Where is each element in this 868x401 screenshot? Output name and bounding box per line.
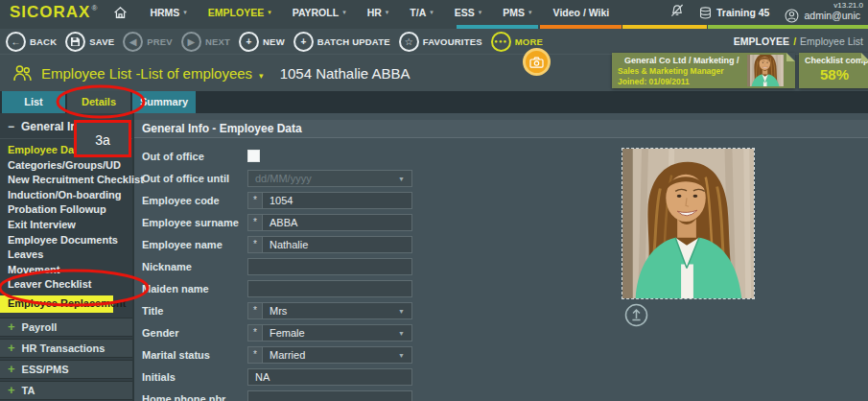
sidebar-item-employee-documents[interactable]: Employee Documents <box>0 233 132 248</box>
upload-icon <box>623 302 649 328</box>
form-row: Employee name*Nathalie <box>142 233 412 255</box>
gender-select[interactable]: *Female▼ <box>247 324 412 342</box>
nav-item-hr[interactable]: HR▾ <box>357 0 400 25</box>
form-row: InitialsNA <box>142 366 412 388</box>
field-value: ABBA <box>263 217 297 228</box>
sidebar-section-ess-pms[interactable]: +ESS/PMS <box>0 360 132 379</box>
sicorax-employee-details-screen: { "app": { "name": "SICORAX", "registere… <box>0 0 868 401</box>
page-title-dropdown[interactable]: Employee List -List of employees ▾ <box>41 65 264 82</box>
employee-photo[interactable] <box>622 148 755 299</box>
database-icon <box>699 7 712 19</box>
sidebar-accordions: +Payroll+HR Transactions+ESS/PMS+TA <box>0 318 132 400</box>
nav-item-video-wiki[interactable]: Video / Wiki <box>543 0 621 25</box>
prev-triangle-icon: ◀ <box>123 32 143 52</box>
form-row: Maiden name <box>142 277 412 299</box>
required-marker: * <box>248 303 263 318</box>
title-select[interactable]: *Mrs▼ <box>247 302 412 319</box>
main-panel: General Info - Employee Data Out of offi… <box>134 113 868 401</box>
sidebar-section-hr-transactions[interactable]: +HR Transactions <box>0 339 132 358</box>
top-nav: HRMS▾EMPLOYEE▾PAYROLL▾HR▾T/A▾ESS▾PMS▾Vid… <box>139 0 620 25</box>
home-icon[interactable] <box>113 6 128 19</box>
form-row: Marital status*Married▼ <box>142 343 412 366</box>
nav-item-payroll[interactable]: PAYROLL▾ <box>282 0 357 25</box>
user-icon <box>785 9 799 23</box>
field-label-employee-code: Employee code <box>142 195 247 206</box>
prev-button[interactable]: ◀PREV <box>123 32 173 52</box>
favourites-button[interactable]: ☆FAVOURITES <box>399 32 482 52</box>
sidebar-item-leaver-checklist[interactable]: Leaver Checklist <box>0 277 132 293</box>
upload-photo-button[interactable] <box>623 302 649 328</box>
tab-details[interactable]: Details <box>67 91 130 113</box>
sidebar-section-ta[interactable]: +TA <box>0 381 132 400</box>
sidebar-item-employee-replacement[interactable]: Employee Replacement <box>0 295 113 313</box>
save-button[interactable]: SAVE <box>65 32 114 52</box>
org-role: Sales & Marketing Manager <box>618 66 741 76</box>
out-of-office-checkbox[interactable] <box>247 150 260 162</box>
sidebar-section-label: General Info <box>21 120 88 133</box>
nav-item-ess[interactable]: ESS▾ <box>444 0 493 25</box>
field-label-out-of-office-until: Out of office until <box>142 173 247 184</box>
sidebar-section-general-info[interactable]: − General Info <box>0 113 132 139</box>
back-button[interactable]: ←BACK <box>6 32 57 52</box>
employee-surname-input[interactable]: *ABBA <box>247 214 412 231</box>
chevron-down-icon: ▾ <box>342 9 346 16</box>
employees-icon <box>12 64 33 83</box>
home-phone-nbr-input[interactable] <box>247 390 412 401</box>
initials-input[interactable]: NA <box>247 368 412 386</box>
tab-summary[interactable]: Summary <box>132 91 196 113</box>
sidebar-item-employee-data[interactable]: Employee Data <box>0 143 132 158</box>
select-caret-icon: ▼ <box>398 175 405 181</box>
breadcrumb-section[interactable]: EMPLOYEE <box>734 35 789 47</box>
field-label-out-of-office: Out of office <box>142 151 247 162</box>
sidebar-item-categories-groups-ud[interactable]: Categories/Groups/UD <box>0 158 132 174</box>
sidebar-item-leaves[interactable]: Leaves <box>0 248 132 263</box>
sidebar-section-payroll[interactable]: +Payroll <box>0 318 132 337</box>
maiden-name-input[interactable] <box>247 280 412 297</box>
sidebar-item-exit-interview[interactable]: Exit Interview <box>0 218 132 233</box>
chevron-down-icon: ▾ <box>528 9 532 16</box>
checklist-label: Checklist complete <box>805 56 868 65</box>
employee-name-input[interactable]: *Nathalie <box>247 236 412 253</box>
topbar-right: Training 45 admin@unic v13.21.0 <box>670 0 868 25</box>
nav-item-hrms[interactable]: HRMS▾ <box>139 0 197 25</box>
nickname-input[interactable] <box>247 258 412 275</box>
required-marker: * <box>248 237 263 252</box>
tab-list[interactable]: List <box>2 91 65 113</box>
field-value: NA <box>248 371 270 383</box>
out-of-office-until-select[interactable]: dd/MM/yyyy▼ <box>247 170 412 187</box>
plus-icon: + <box>239 32 259 52</box>
camera-button[interactable] <box>523 48 551 76</box>
nav-item-t-a[interactable]: T/A▾ <box>399 0 443 25</box>
app-version: v13.21.0 <box>833 1 863 10</box>
batch-update-button[interactable]: +BATCH UPDATE <box>293 32 390 52</box>
employee-data-form: Out of officeOut of office untildd/MM/yy… <box>142 145 412 401</box>
employee-code-input[interactable]: *1054 <box>247 192 412 209</box>
form-row: Employee surname*ABBA <box>142 211 412 233</box>
ellipsis-icon: ●●● <box>491 32 511 52</box>
sidebar-item-probation-followup[interactable]: Probation Followup <box>0 202 132 218</box>
select-caret-icon: ▼ <box>398 307 405 314</box>
required-marker: * <box>248 193 263 208</box>
next-button[interactable]: ▶NEXT <box>181 32 230 52</box>
new-button[interactable]: +NEW <box>239 32 285 52</box>
expand-plus-icon: + <box>8 341 15 355</box>
notifications-muted-icon[interactable] <box>670 4 684 21</box>
field-label-gender: Gender <box>142 327 247 339</box>
field-label-marital-status: Marital status <box>142 349 247 361</box>
field-label-title: Title <box>142 305 247 317</box>
breadcrumb-separator: / <box>793 35 796 47</box>
environment-selector[interactable]: Training 45 <box>699 7 769 19</box>
nav-item-employee[interactable]: EMPLOYEE▾ <box>198 0 282 25</box>
sidebar: − General Info Employee DataCategories/G… <box>0 113 132 401</box>
sidebar-item-movement[interactable]: Movement <box>0 263 132 278</box>
nav-item-pms[interactable]: PMS▾ <box>492 0 542 25</box>
org-joined: Joined: 01/09/2011 <box>618 77 741 86</box>
expand-plus-icon: + <box>8 319 15 334</box>
select-caret-icon: ▼ <box>398 351 405 358</box>
top-menu-bar: SICORAX® HRMS▾EMPLOYEE▾PAYROLL▾HR▾T/A▾ES… <box>0 0 868 25</box>
field-value: Married <box>263 349 305 361</box>
marital-status-select[interactable]: *Married▼ <box>247 346 412 364</box>
sidebar-item-new-recruitment-checklist[interactable]: New Recruitment Checklist <box>0 173 132 188</box>
sidebar-item-induction-on-boarding[interactable]: Induction/On-boarding <box>0 188 132 203</box>
breadcrumb-page[interactable]: Employee List <box>800 35 863 47</box>
